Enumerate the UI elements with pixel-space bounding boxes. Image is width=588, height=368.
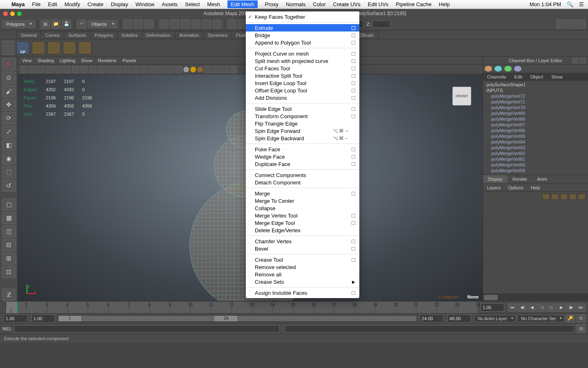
viewcube[interactable]: FRONT <box>452 87 471 105</box>
cb-tab-edit[interactable]: Edit <box>510 73 526 81</box>
option-box-icon[interactable] <box>352 34 355 37</box>
vp-shaded-icon[interactable] <box>123 66 131 73</box>
range-handle-end[interactable]: 24 <box>214 316 237 321</box>
select-component-icon[interactable] <box>145 20 154 29</box>
vp-2d-pan-icon[interactable] <box>46 66 53 73</box>
layer-tab-anim[interactable]: Anim <box>532 175 552 183</box>
layer-ico-4[interactable] <box>569 193 577 200</box>
vp-renderer-icon[interactable] <box>204 66 212 73</box>
cb-history-node[interactable]: polyMergeVert72 <box>483 93 588 99</box>
shelf-tab-polygons[interactable]: Polygons <box>90 31 117 39</box>
vp-textured-icon[interactable] <box>132 66 139 73</box>
mac-menu-pipeline-cache[interactable]: Pipeline Cache <box>396 1 431 7</box>
menu-item-bevel[interactable]: Bevel <box>246 245 359 252</box>
layer-scrollbar[interactable] <box>483 294 588 301</box>
mac-menu-create-uvs[interactable]: Create UVs <box>333 1 361 7</box>
playback-start-field[interactable] <box>31 314 55 323</box>
step-fwd-icon[interactable]: ▶ <box>557 303 566 312</box>
mac-menu-display[interactable]: Display <box>111 1 128 7</box>
time-track[interactable]: 1 12345678910111213141516171819202122232… <box>6 302 478 313</box>
playback-end-field[interactable] <box>420 314 443 323</box>
persp-graph-icon[interactable]: ⊞ <box>2 252 16 265</box>
menu-item-chamfer-vertex[interactable]: Chamfer Vertex <box>246 238 359 245</box>
vp-panel-icon[interactable] <box>213 66 220 73</box>
menu-item-connect-components[interactable]: Connect Components <box>246 171 359 179</box>
step-fwd-key-icon[interactable]: |▶ <box>567 303 576 312</box>
vp-grid-icon[interactable] <box>63 66 71 73</box>
option-box-icon[interactable] <box>352 59 355 63</box>
vp-menu-panels[interactable]: Panels <box>122 58 136 63</box>
menu-item-assign-invisible-faces[interactable]: Assign Invisible Faces <box>246 289 359 296</box>
option-box-icon[interactable] <box>352 291 355 295</box>
mac-menu-edit-mesh[interactable]: Edit Mesh <box>227 0 258 8</box>
undo-icon[interactable]: ↶ <box>77 20 86 29</box>
vp-max-icon[interactable] <box>230 66 237 73</box>
layer-menu-options[interactable]: Options <box>508 185 523 190</box>
cb-tab-show[interactable]: Show <box>547 73 567 81</box>
vp-safe-icon[interactable] <box>106 66 114 73</box>
layer-list[interactable] <box>483 202 588 294</box>
workspace-combo[interactable]: Polygons <box>2 20 35 28</box>
show-manip-icon[interactable]: ⬚ <box>2 166 16 178</box>
mac-menu-assets[interactable]: Assets <box>162 1 178 7</box>
snap-grid-icon[interactable] <box>160 20 169 29</box>
layer-ico-2[interactable] <box>551 193 559 200</box>
menu-item-collapse[interactable]: Collapse <box>246 204 359 212</box>
cb-undock-icon[interactable] <box>572 58 578 63</box>
select-tool-icon[interactable]: ↖ <box>2 58 16 70</box>
play-back-icon[interactable]: ◁ <box>537 303 546 312</box>
mac-menu-modify[interactable]: Modify <box>65 1 80 7</box>
range-track[interactable]: 1 24 <box>58 315 417 322</box>
mac-menu-edit-uvs[interactable]: Edit UVs <box>368 1 389 7</box>
menu-item-merge[interactable]: Merge <box>246 190 359 197</box>
goto-end-icon[interactable]: ⏭ <box>577 303 586 312</box>
option-box-icon[interactable] <box>352 41 355 45</box>
vp-xray-icon[interactable] <box>175 66 182 73</box>
menu-item-delete-edge-vertex[interactable]: Delete Edge/Vertex <box>246 227 359 234</box>
hypershade-layout-icon[interactable]: ⊡ <box>2 266 16 278</box>
tool-settings-icon[interactable] <box>566 20 575 29</box>
vp-tear-icon[interactable] <box>221 66 229 73</box>
shelf-tab-animation[interactable]: Animation <box>175 31 204 39</box>
mac-menu-create[interactable]: Create <box>87 1 103 7</box>
close-icon[interactable] <box>3 11 8 16</box>
shelf-cp-icon[interactable]: CP <box>16 41 29 54</box>
shelf-tab-subdivs[interactable]: Subdivs <box>117 31 142 39</box>
shelf-icon-4[interactable] <box>78 41 91 54</box>
menu-item-crease-tool[interactable]: Crease Tool <box>246 256 359 263</box>
option-box-icon[interactable] <box>352 52 355 56</box>
option-box-icon[interactable] <box>352 155 355 159</box>
shelf-toggle[interactable] <box>2 41 14 55</box>
vp-field-icon[interactable] <box>98 66 105 73</box>
mac-menu-proxy[interactable]: Proxy <box>265 1 278 7</box>
step-back-key-icon[interactable]: ◀| <box>518 303 527 312</box>
option-box-icon[interactable] <box>352 96 355 100</box>
option-box-icon[interactable] <box>352 258 355 262</box>
script-editor-icon[interactable]: ▤ <box>577 324 586 333</box>
menu-item-spin-edge-forward[interactable]: Spin Edge Forward⌥⌘→ <box>246 127 359 135</box>
vp-menu-shading[interactable]: Shading <box>38 58 54 63</box>
cb-tab-channels[interactable]: Channels <box>483 73 510 81</box>
menu-item-offset-edge-loop-tool[interactable]: Offset Edge Loop Tool <box>246 87 359 94</box>
layer-ico-1[interactable] <box>542 193 550 200</box>
autokey-icon[interactable]: 🔑 <box>566 314 575 323</box>
paint-select-icon[interactable]: 🖌 <box>2 85 16 97</box>
cb-history-node[interactable]: polyMergeVert70 <box>483 105 588 110</box>
shelf-tab-general[interactable]: General <box>16 31 41 39</box>
vp-shade-all-icon[interactable] <box>190 67 196 72</box>
menu-item-wedge-face[interactable]: Wedge Face <box>246 153 359 160</box>
vp-res-gate-icon[interactable] <box>80 66 88 73</box>
shelf-tab-dynamics[interactable]: Dynamics <box>203 31 232 39</box>
attr-editor-icon[interactable] <box>556 20 565 29</box>
rotate-tool-icon[interactable]: ⟳ <box>2 112 16 124</box>
option-box-icon[interactable] <box>352 240 355 243</box>
vp-shadows-icon[interactable] <box>149 66 156 73</box>
vp-isolate-icon[interactable] <box>166 66 174 73</box>
mac-menu-mesh[interactable]: Mesh <box>207 1 220 7</box>
layer-tab-render[interactable]: Render <box>508 175 532 183</box>
menu-item-project-curve-on-mesh[interactable]: Project Curve on mesh <box>246 50 359 57</box>
mac-menu-file[interactable]: File <box>32 1 41 7</box>
move-tool-icon[interactable]: ✥ <box>2 99 16 111</box>
selection-mode-combo[interactable]: Objects <box>88 20 117 28</box>
option-box-icon[interactable] <box>352 247 355 251</box>
